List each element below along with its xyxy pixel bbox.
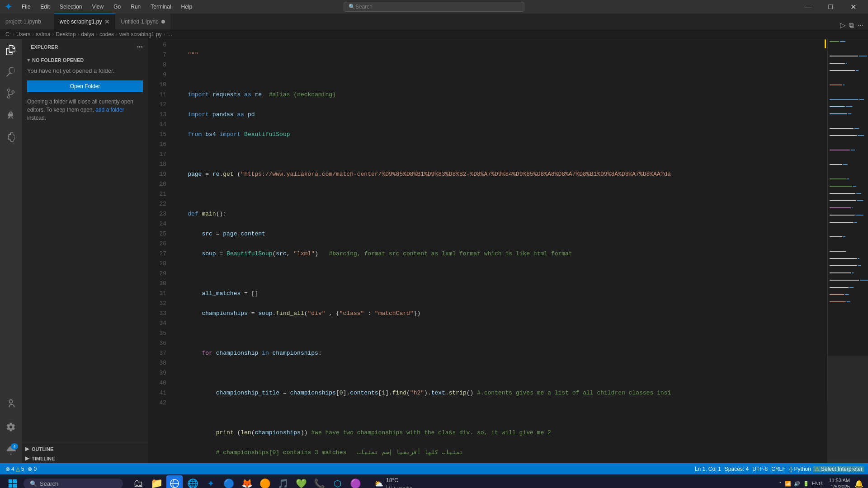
activity-source-control[interactable] xyxy=(2,84,20,103)
language-label: Python xyxy=(794,466,811,472)
windows-start-button[interactable] xyxy=(5,475,21,488)
breadcrumb-file[interactable]: web scrabing1.py xyxy=(119,31,161,38)
code-line-9: import pandas as pd xyxy=(170,110,827,120)
taskbar-app-app13[interactable]: 🟣 xyxy=(347,475,363,488)
code-line-16: soup = BeautifulSoup(src, "lxml") #barci… xyxy=(170,249,827,259)
menu-go[interactable]: Go xyxy=(109,2,125,12)
spaces-label: Spaces: 4 xyxy=(725,466,749,472)
sidebar-menu-icon[interactable]: ··· xyxy=(137,43,143,51)
breadcrumb-dalya[interactable]: dalya xyxy=(81,31,94,38)
tab-close-icon[interactable]: ✕ xyxy=(104,18,110,25)
code-line-6: """ xyxy=(170,50,827,60)
add-folder-link[interactable]: add a folder xyxy=(95,107,124,113)
window-close[interactable]: ✕ xyxy=(843,0,863,14)
menu-edit[interactable]: Edit xyxy=(36,2,54,12)
status-spaces[interactable]: Spaces: 4 xyxy=(723,466,750,472)
weather-widget[interactable]: ⛅ 18°C مشمس جزئيا xyxy=(374,477,412,488)
taskbar-search-bar[interactable]: 🔍 Search xyxy=(24,479,123,488)
status-remote[interactable]: ⊗ 4 △ 5 xyxy=(4,466,26,472)
taskbar-app-vscode[interactable]: ✦ xyxy=(203,475,219,488)
taskbar-app-browser[interactable] xyxy=(166,475,183,488)
volume-icon[interactable]: 🔊 xyxy=(794,481,800,487)
activity-search[interactable] xyxy=(2,63,20,81)
code-line-11 xyxy=(170,150,827,160)
editor-area[interactable]: 6 7 8 9 10 11 12 13 14 15 16 17 18 19 20… xyxy=(148,39,868,463)
activity-explorer[interactable] xyxy=(2,41,20,59)
timeline-section[interactable]: ▶ TIMELINE xyxy=(22,454,148,463)
encoding-label: UTF-8 xyxy=(752,466,768,472)
warning-icon: ⚠ xyxy=(815,466,820,472)
taskbar-app-edge[interactable]: 🌐 xyxy=(184,475,201,488)
split-editor-icon[interactable]: ⧉ xyxy=(849,21,854,29)
run-icon[interactable]: ▷ xyxy=(840,21,845,29)
breadcrumb-desktop[interactable]: Desktop xyxy=(56,31,75,38)
tab-actions: ▷ ⧉ ··· xyxy=(835,21,868,29)
eol-label: CRLF xyxy=(771,466,785,472)
taskbar-app-app7[interactable]: 🦊 xyxy=(239,475,255,488)
window-minimize[interactable]: ― xyxy=(797,0,818,14)
activity-settings[interactable] xyxy=(2,418,20,436)
status-error-count[interactable]: ⊗ 0 xyxy=(26,466,38,472)
taskbar-app-folder[interactable]: 📁 xyxy=(148,475,165,488)
taskbar-app-app12[interactable]: ⬡ xyxy=(329,475,345,488)
search-placeholder: Search xyxy=(355,4,373,10)
no-folder-message: You have not yet opened a folder. xyxy=(27,67,143,75)
taskbar-app-app11[interactable]: 📞 xyxy=(311,475,327,488)
menu-file[interactable]: File xyxy=(17,2,35,12)
search-bar[interactable]: 🔍 Search xyxy=(344,2,524,12)
taskbar-app-app8[interactable]: 🟠 xyxy=(257,475,273,488)
taskbar-app-app6[interactable]: 🔵 xyxy=(221,475,237,488)
taskbar-apps: 🗂 📁 🌐 ✦ 🔵 🦊 🟠 🎵 💚 📞 ⬡ 🟣 xyxy=(130,475,363,488)
network-icon[interactable]: 📶 xyxy=(785,481,791,487)
notifications-icon[interactable]: 🔔 xyxy=(854,479,863,488)
breadcrumb-more[interactable]: … xyxy=(167,31,173,38)
chevron-icon: ▾ xyxy=(27,56,30,63)
titlebar: ✦ File Edit Selection View Go Run Termin… xyxy=(0,0,868,14)
code-editor[interactable]: """ import requests as re #alias (neckna… xyxy=(170,39,827,463)
activity-account[interactable] xyxy=(2,394,20,413)
window-maximize[interactable]: □ xyxy=(820,0,841,14)
code-line-10: from bs4 import BeautifulSoup xyxy=(170,130,827,140)
activity-notifications[interactable]: 4 xyxy=(2,441,20,460)
tab-webscraping[interactable]: web scrabing1.py ✕ xyxy=(54,14,115,29)
breadcrumb-salma[interactable]: salma xyxy=(36,31,50,38)
menu-selection[interactable]: Selection xyxy=(55,2,86,12)
status-position[interactable]: Ln 1, Col 1 xyxy=(693,466,723,472)
breadcrumb-users[interactable]: Users xyxy=(16,31,30,38)
menu-view[interactable]: View xyxy=(87,2,108,12)
status-language[interactable]: {} Python xyxy=(788,466,813,472)
menu-help[interactable]: Help xyxy=(177,2,197,12)
breadcrumb-c[interactable]: C: xyxy=(5,31,11,38)
code-line-18: all_matches = [] xyxy=(170,289,827,299)
outline-section[interactable]: ▶ OUTLINE xyxy=(22,444,148,454)
sidebar-title: EXPLORER xyxy=(31,44,58,50)
activity-run-debug[interactable] xyxy=(2,106,20,124)
menu-bar: File Edit Selection View Go Run Terminal… xyxy=(17,2,197,12)
status-interpreter[interactable]: ⚠ Select Interpreter xyxy=(813,466,864,472)
taskbar-search-label: Search xyxy=(40,480,58,487)
no-folder-label: NO FOLDER OPENED xyxy=(32,57,84,63)
open-folder-button[interactable]: Open Folder xyxy=(27,80,143,92)
breadcrumb-codes[interactable]: codes xyxy=(99,31,114,38)
keyboard-icon[interactable]: ENG xyxy=(812,481,823,486)
line-numbers: 6 7 8 9 10 11 12 13 14 15 16 17 18 19 20… xyxy=(148,39,170,463)
tray-expand-icon[interactable]: ⌃ xyxy=(778,481,782,486)
error-icon: ⊗ xyxy=(28,466,32,472)
window-controls: ― □ ✕ xyxy=(797,0,863,14)
status-encoding[interactable]: UTF-8 xyxy=(750,466,769,472)
battery-icon[interactable]: 🔋 xyxy=(803,481,809,487)
tab-project1[interactable]: project-1.ipynb xyxy=(0,14,54,29)
taskbar-app-files[interactable]: 🗂 xyxy=(130,475,146,488)
more-actions-icon[interactable]: ··· xyxy=(858,21,863,29)
tab-bar: project-1.ipynb web scrabing1.py ✕ Untit… xyxy=(0,14,868,29)
chevron-right-icon: ▶ xyxy=(25,446,29,452)
system-clock[interactable]: 11:53 AM 1/5/2025 xyxy=(829,477,850,488)
status-right: Ln 1, Col 1 Spaces: 4 UTF-8 CRLF {} Pyth… xyxy=(693,466,864,472)
tab-untitled[interactable]: Untitled-1.ipynb xyxy=(115,14,170,29)
taskbar-app-app9[interactable]: 🎵 xyxy=(275,475,291,488)
taskbar-app-app10[interactable]: 💚 xyxy=(293,475,309,488)
menu-terminal[interactable]: Terminal xyxy=(146,2,175,12)
status-eol[interactable]: CRLF xyxy=(769,466,787,472)
menu-run[interactable]: Run xyxy=(126,2,145,12)
activity-extensions[interactable] xyxy=(2,128,20,146)
